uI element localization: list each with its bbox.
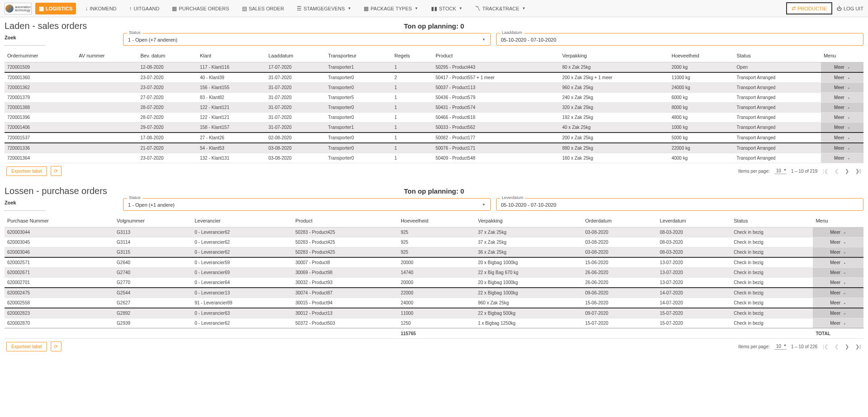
- meer-button[interactable]: Meer ⌄: [834, 85, 850, 90]
- meer-label: Meer: [830, 270, 840, 275]
- nav-package-types[interactable]: ▦PACKAGE TYPES▼: [360, 3, 422, 14]
- export-button[interactable]: Exporteer tabel: [6, 342, 47, 351]
- table-row[interactable]: 72000140629-07-2020158 - Klant15731-07-2…: [5, 123, 863, 133]
- meer-button[interactable]: Meer ⌄: [834, 105, 850, 110]
- laaddatum-input[interactable]: Laaddatum 05-10-2020 - 07-10-2020: [496, 33, 864, 46]
- col-header[interactable]: Status: [734, 49, 821, 62]
- zoek-field[interactable]: Zoek: [5, 200, 118, 211]
- reload-button[interactable]: ⟳: [51, 341, 62, 351]
- reload-button[interactable]: ⟳: [51, 166, 62, 176]
- col-header[interactable]: Hoeveelheid: [398, 214, 475, 227]
- col-header[interactable]: Orderdatum: [583, 214, 657, 227]
- leverdatum-input[interactable]: Leverdatum 05-10-2020 - 07-10-2020: [496, 198, 864, 211]
- nav-stock[interactable]: ▮▮STOCK▼: [427, 3, 466, 14]
- meer-button[interactable]: Meer ⌄: [830, 230, 846, 235]
- pager-next[interactable]: ❯: [844, 344, 850, 350]
- col-header[interactable]: Volgnummer: [114, 214, 192, 227]
- meer-button[interactable]: Meer ⌄: [830, 250, 846, 255]
- meer-button[interactable]: Meer ⌄: [834, 156, 850, 161]
- table-row[interactable]: 72000139628-07-2020122 - Klant12131-07-2…: [5, 113, 863, 123]
- meer-button[interactable]: Meer ⌄: [830, 321, 846, 326]
- col-header[interactable]: Ordernummer: [5, 49, 76, 62]
- col-header[interactable]: Menu: [813, 214, 863, 227]
- table-row[interactable]: 620002671G27400 - Leverancier6930069 - P…: [5, 268, 863, 278]
- meer-button[interactable]: Meer ⌄: [830, 300, 846, 305]
- status-select[interactable]: Status 1 - Open (+1 andere) ▼: [123, 198, 491, 211]
- pager-first[interactable]: |❮: [822, 344, 829, 350]
- meer-button[interactable]: Meer ⌄: [830, 240, 846, 245]
- zoek-input[interactable]: [5, 41, 45, 46]
- meer-button[interactable]: Meer ⌄: [834, 95, 850, 100]
- ipp-select[interactable]: 10▼: [774, 168, 787, 174]
- table-row[interactable]: 72000136023-07-202040 - Klant3931-07-202…: [5, 72, 863, 83]
- nav-uitgaand[interactable]: ↑UITGAAND: [126, 3, 163, 14]
- meer-button[interactable]: Meer ⌄: [834, 125, 850, 130]
- table-row[interactable]: 72000138828-07-2020122 - Klant12131-07-2…: [5, 103, 863, 113]
- nav-purchase-orders[interactable]: ▦PURCHASE ORDERS: [168, 3, 232, 14]
- table-row[interactable]: 72000153717-08-202027 - Klant2602-08-202…: [5, 133, 863, 143]
- col-header[interactable]: Product: [433, 49, 560, 62]
- meer-button[interactable]: Meer ⌄: [834, 75, 850, 80]
- meer-button[interactable]: Meer ⌄: [834, 146, 850, 151]
- pager-next[interactable]: ❯: [844, 168, 850, 174]
- meer-button[interactable]: Meer ⌄: [830, 290, 846, 295]
- col-header[interactable]: Verpakking: [475, 214, 583, 227]
- pager-first[interactable]: |❮: [822, 168, 829, 174]
- col-header[interactable]: Hoeveelheid: [669, 49, 734, 62]
- export-button[interactable]: Exporteer tabel: [6, 166, 47, 176]
- nav-sales-order[interactable]: ▤SALES ORDER: [238, 3, 288, 14]
- nav-tracktrace[interactable]: 〽TRACK&TRACE▼: [471, 3, 529, 14]
- status-select[interactable]: Status 1 - Open (+7 anderen) ▼: [123, 33, 491, 46]
- zoek-input[interactable]: [5, 206, 45, 211]
- meer-button[interactable]: Meer ⌄: [830, 311, 846, 316]
- table-row[interactable]: 72000136423-07-2020132 - Klant13103-08-2…: [5, 153, 863, 163]
- table-cell: 620003045: [5, 237, 114, 247]
- col-header[interactable]: Menu: [821, 49, 863, 62]
- grid-icon: ▦: [364, 5, 369, 12]
- productie-button[interactable]: ⇄PRODUCTIE: [786, 2, 832, 14]
- ipp-select[interactable]: 10▼: [774, 344, 787, 350]
- table-row[interactable]: 620002701G27700 - Leverancier6430032 - P…: [5, 278, 863, 288]
- meer-button[interactable]: Meer ⌄: [830, 270, 846, 275]
- col-header[interactable]: Verpakking: [560, 49, 669, 62]
- table-row[interactable]: 620003044G31130 - Leverancier6250283 - P…: [5, 227, 863, 237]
- meer-button[interactable]: Meer ⌄: [834, 65, 850, 70]
- table-row[interactable]: 620003046G31150 - Leverancier6250283 - P…: [5, 247, 863, 258]
- table-row[interactable]: 620002558G262791 - Leverancier8930015 - …: [5, 298, 863, 308]
- nav-logistics[interactable]: ▦LOGISTICS: [35, 3, 76, 14]
- meer-button[interactable]: Meer ⌄: [830, 280, 846, 285]
- table-row[interactable]: 620002870G29390 - Leverancier6250372 - P…: [5, 318, 863, 328]
- col-header[interactable]: Regels: [392, 49, 433, 62]
- table-row[interactable]: 620003045G31140 - Leverancier6250283 - P…: [5, 237, 863, 247]
- table-row[interactable]: 72000133621-07-202054 - Klant5303-08-202…: [5, 143, 863, 153]
- pager-prev[interactable]: ❮: [834, 168, 840, 174]
- col-header[interactable]: Purchase Nummer: [5, 214, 114, 227]
- col-header[interactable]: Transporteur: [325, 49, 392, 62]
- logout-button[interactable]: ⏻LOG UIT: [837, 6, 863, 11]
- col-header[interactable]: Klant: [197, 49, 266, 62]
- table-row[interactable]: 620002475G25440 - Leverancier1330074 - P…: [5, 288, 863, 298]
- table-row[interactable]: 620002571G26400 - Leverancier5930007 - P…: [5, 257, 863, 268]
- col-header[interactable]: Leverdatum: [657, 214, 731, 227]
- col-header[interactable]: AV nummer: [76, 49, 138, 62]
- col-header[interactable]: Bev. datum: [138, 49, 197, 62]
- ipp-label: Items per page:: [738, 344, 769, 349]
- table-row[interactable]: 620002823G28920 - Leverancier6330012 - P…: [5, 308, 863, 318]
- table-row[interactable]: 72000136223-07-2020156 - Klant15531-07-2…: [5, 83, 863, 93]
- col-header[interactable]: Product: [293, 214, 398, 227]
- meer-button[interactable]: Meer ⌄: [834, 135, 850, 140]
- meer-button[interactable]: Meer ⌄: [834, 115, 850, 120]
- col-header[interactable]: Leverancier: [192, 214, 293, 227]
- nav-stamgegevens[interactable]: ☰STAMGEGEVENS▼: [293, 3, 355, 14]
- table-cell: 620003044: [5, 227, 114, 237]
- table-row[interactable]: 72000150912-08-2020117 - Klant11617-07-2…: [5, 62, 863, 73]
- pager-last[interactable]: ❯|: [854, 168, 862, 174]
- table-row[interactable]: 72000137927-07-202083 - Klant8231-07-202…: [5, 93, 863, 103]
- col-header[interactable]: Laaddatum: [266, 49, 325, 62]
- nav-inkomend[interactable]: ↓INKOMEND: [81, 3, 120, 14]
- pager-prev[interactable]: ❮: [834, 344, 840, 350]
- pager-last[interactable]: ❯|: [854, 344, 862, 350]
- meer-button[interactable]: Meer ⌄: [830, 260, 846, 265]
- col-header[interactable]: Status: [731, 214, 813, 227]
- zoek-field[interactable]: Zoek: [5, 35, 118, 46]
